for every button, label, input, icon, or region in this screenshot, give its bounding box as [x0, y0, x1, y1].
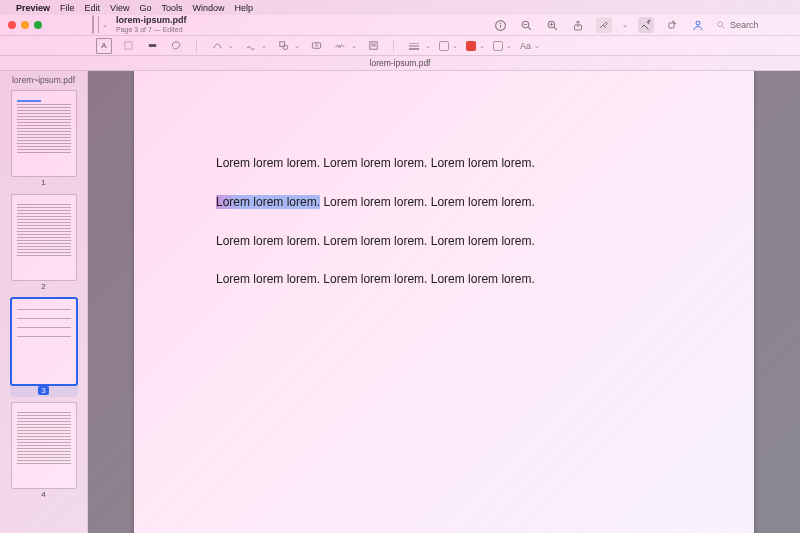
close-window-button[interactable]: [8, 21, 16, 29]
text-tool-icon[interactable]: A: [308, 38, 324, 54]
highlight-icon[interactable]: [596, 17, 612, 33]
svg-rect-16: [124, 42, 131, 49]
thumbnail-page-1[interactable]: 1: [10, 89, 78, 189]
text-color-swatch[interactable]: [493, 41, 503, 51]
font-style-button[interactable]: Aa: [520, 41, 531, 51]
highlight-dropdown-icon[interactable]: ⌄: [622, 21, 628, 29]
svg-point-11: [648, 20, 650, 22]
form-icon[interactable]: [690, 17, 706, 33]
thumbnail-page-3[interactable]: 3: [10, 297, 78, 397]
svg-text:A: A: [314, 43, 318, 48]
menu-preview[interactable]: Preview: [16, 3, 50, 13]
info-icon[interactable]: [492, 17, 508, 33]
thumbnail-label: 2: [41, 282, 45, 291]
note-tool-icon[interactable]: [365, 38, 381, 54]
search-field[interactable]: [716, 20, 790, 30]
rotate-icon[interactable]: [664, 17, 680, 33]
minimize-window-button[interactable]: [21, 21, 29, 29]
sign-dropdown-icon[interactable]: ⌄: [351, 42, 357, 50]
fullscreen-window-button[interactable]: [34, 21, 42, 29]
paragraph: Lorem lorem lorem. Lorem lorem lorem. Lo…: [216, 155, 674, 172]
document-subtitle: Page 3 of 7 — Edited: [116, 25, 187, 35]
tab-bar: lorem-ipsum.pdf: [0, 56, 800, 71]
menu-help[interactable]: Help: [234, 3, 253, 13]
tab-document[interactable]: lorem-ipsum.pdf: [370, 58, 431, 68]
svg-line-7: [554, 27, 557, 30]
text-selection[interactable]: lorem lorem.: [253, 195, 320, 209]
svg-point-19: [283, 45, 288, 50]
menu-file[interactable]: File: [60, 3, 75, 13]
stroke-color-swatch[interactable]: [439, 41, 449, 51]
sketch-tool-icon[interactable]: [209, 38, 225, 54]
fill-color-swatch[interactable]: [466, 41, 476, 51]
sidebar-title: lorem~ipsum.pdf: [12, 71, 75, 89]
menu-tools[interactable]: Tools: [161, 3, 182, 13]
search-icon: [716, 20, 726, 30]
markup-toggle-icon[interactable]: [638, 17, 654, 33]
thumbnail-label: 3: [38, 386, 48, 395]
svg-point-2: [500, 23, 501, 24]
title-stack: lorem-ipsum.pdf Page 3 of 7 — Edited: [116, 15, 187, 35]
border-dropdown-icon[interactable]: ⌄: [425, 42, 431, 50]
shapes-tool-icon[interactable]: [275, 38, 291, 54]
sidebar-toggle-button[interactable]: [92, 16, 94, 34]
sign-tool-icon[interactable]: [332, 38, 348, 54]
thumbnail-label: 4: [41, 490, 45, 499]
menu-bar: Preview File Edit View Go Tools Window H…: [0, 0, 800, 15]
draw-tool-icon[interactable]: [242, 38, 258, 54]
search-input[interactable]: [730, 20, 790, 30]
thumbnail-label: 1: [41, 178, 45, 187]
thumbnail-page-2[interactable]: 2: [10, 193, 78, 293]
rect-selection-tool-icon[interactable]: [120, 38, 136, 54]
paragraph: Lorem lorem lorem. Lorem lorem lorem. Lo…: [216, 233, 674, 250]
svg-point-14: [718, 22, 723, 27]
share-icon[interactable]: [570, 17, 586, 33]
draw-dropdown-icon[interactable]: ⌄: [261, 42, 267, 50]
document-title: lorem-ipsum.pdf: [116, 15, 187, 25]
menu-view[interactable]: View: [110, 3, 129, 13]
svg-rect-12: [669, 23, 674, 28]
font-dropdown-icon[interactable]: ⌄: [534, 42, 540, 50]
text-selection[interactable]: Lorem: [216, 195, 253, 209]
paragraph: Lorem lorem lorem. Lorem lorem lorem. Lo…: [216, 271, 674, 288]
traffic-lights: [0, 21, 42, 29]
menu-go[interactable]: Go: [139, 3, 151, 13]
thumbnail-list: 1 2 3 4: [10, 89, 78, 533]
svg-rect-17: [148, 44, 155, 47]
thumbnail-page-4[interactable]: 4: [10, 401, 78, 501]
svg-point-13: [696, 21, 700, 25]
zoom-in-icon[interactable]: [544, 17, 560, 33]
svg-line-15: [722, 26, 724, 28]
paragraph-text: Lorem lorem lorem. Lorem lorem lorem.: [320, 195, 535, 209]
sketch-dropdown-icon[interactable]: ⌄: [228, 42, 234, 50]
document-viewer[interactable]: Lorem lorem lorem. Lorem lorem lorem. Lo…: [88, 71, 800, 533]
stroke-dropdown-icon[interactable]: ⌄: [452, 42, 458, 50]
redact-tool-icon[interactable]: [144, 38, 160, 54]
border-weight-icon[interactable]: [406, 38, 422, 54]
textcolor-dropdown-icon[interactable]: ⌄: [506, 42, 512, 50]
thumbnail-sidebar: lorem~ipsum.pdf 1 2 3 4: [0, 71, 88, 533]
svg-line-4: [528, 27, 531, 30]
window-titlebar: ⌄ lorem-ipsum.pdf Page 3 of 7 — Edited ⌄: [0, 15, 800, 36]
fill-dropdown-icon[interactable]: ⌄: [479, 42, 485, 50]
zoom-out-icon[interactable]: [518, 17, 534, 33]
markup-toolbar: A ⌄ ⌄ ⌄ A ⌄ ⌄ ⌄ ⌄ ⌄ Aa ⌄: [0, 36, 800, 56]
menu-edit[interactable]: Edit: [85, 3, 101, 13]
lasso-tool-icon[interactable]: [168, 38, 184, 54]
work-area: lorem~ipsum.pdf 1 2 3 4: [0, 71, 800, 533]
page-canvas: Lorem lorem lorem. Lorem lorem lorem. Lo…: [134, 71, 754, 533]
sidebar-dropdown-icon[interactable]: ⌄: [102, 21, 108, 29]
paragraph: Lorem lorem lorem. Lorem lorem lorem. Lo…: [216, 194, 674, 211]
shapes-dropdown-icon[interactable]: ⌄: [294, 42, 300, 50]
menu-window[interactable]: Window: [192, 3, 224, 13]
text-selection-tool-icon[interactable]: A: [96, 38, 112, 54]
